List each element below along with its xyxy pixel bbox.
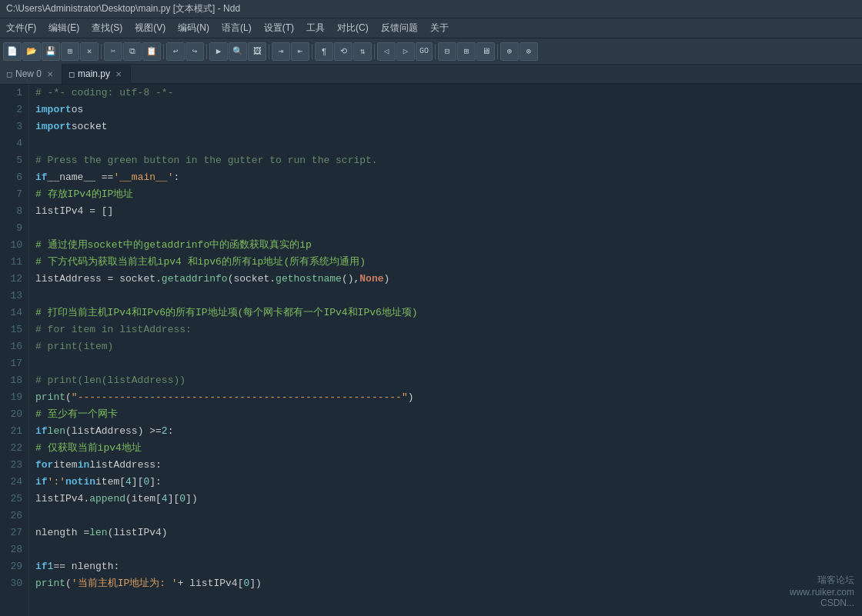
line-number-text-20: 20 — [10, 406, 22, 423]
code-line-22: # 仅获取当前ipv4地址 — [29, 440, 862, 457]
toolbar-findreplace-btn[interactable]: 🔍 — [229, 42, 247, 61]
code-line-25: listIPv4.append(item[4][0]) — [29, 491, 862, 508]
toolbar-run-btn[interactable]: ▶ — [209, 42, 228, 61]
code-line-12: listAddress = socket.getaddrinfo(socket.… — [29, 271, 862, 288]
line-number-text-9: 9 — [16, 220, 22, 237]
toolbar-format-btn[interactable]: ¶ — [315, 42, 333, 61]
toolbar-sep3 — [206, 44, 207, 59]
line-number-text-7: 7 — [16, 186, 22, 203]
line-num-3: 3 — [3, 118, 22, 135]
code-line-23: for item in listAddress: — [29, 457, 862, 474]
line-number-text-27: 27 — [10, 524, 22, 541]
toolbar-left-btn[interactable]: ◁ — [377, 42, 396, 61]
line-number-text-17: 17 — [10, 355, 22, 372]
toolbar-new-btn[interactable]: 📄 — [3, 42, 22, 61]
line-num-1: 1 — [3, 85, 22, 102]
tab-icon-new0: ◻ — [6, 70, 12, 78]
code-line-9 — [29, 220, 862, 237]
line-number-text-28: 28 — [10, 541, 22, 558]
line-num-8: 8 — [3, 203, 22, 220]
line-num-10: 10 — [3, 237, 22, 254]
toolbar-split2-btn[interactable]: ⊞ — [457, 42, 476, 61]
code-line-2: import os — [29, 102, 862, 118]
code-line-6: if __name__ == '__main__': — [29, 169, 862, 186]
line-number-text-1: 1 — [16, 85, 22, 102]
toolbar-sep1 — [101, 44, 102, 59]
line-num-9: 9 — [3, 220, 22, 237]
toolbar-close-btn[interactable]: ✕ — [80, 42, 99, 61]
menu-item-v[interactable]: 视图(V) — [129, 20, 172, 36]
line-num-13: 13 — [3, 288, 22, 305]
line-number-text-23: 23 — [10, 457, 22, 474]
line-num-21: ▼21 — [3, 423, 22, 440]
toolbar-misc2-btn[interactable]: ⊗ — [520, 42, 538, 61]
toolbar-undo-btn[interactable]: ↩ — [166, 42, 185, 61]
tab-mainpy[interactable]: ◻main.py✕ — [62, 64, 131, 84]
toolbar-right-btn[interactable]: ▷ — [396, 42, 415, 61]
menu-item-l[interactable]: 语言(L) — [216, 20, 258, 36]
toolbar-cut-btn[interactable]: ✂ — [104, 42, 122, 61]
menu-item-n[interactable]: 编码(N) — [172, 20, 216, 36]
code-line-17 — [29, 355, 862, 372]
menu-item-t[interactable]: 设置(T) — [258, 20, 300, 36]
code-line-7: # 存放IPv4的IP地址 — [29, 186, 862, 203]
toolbar-split-btn[interactable]: ⊟ — [438, 42, 456, 61]
menu-item-e[interactable]: 编辑(E) — [42, 20, 85, 36]
tab-new0[interactable]: ◻New 0✕ — [0, 64, 62, 84]
tab-close-new0[interactable]: ✕ — [45, 68, 55, 79]
line-number-text-12: 12 — [10, 271, 22, 288]
tab-label-new0: New 0 — [15, 68, 42, 79]
toolbar-monitor-btn[interactable]: 🖥 — [476, 42, 495, 61]
line-number-text-2: 2 — [16, 102, 22, 118]
toolbar-sep5 — [312, 44, 312, 59]
line-num-26: 26 — [3, 508, 22, 524]
toolbar-sep4 — [269, 44, 269, 59]
line-number-text-16: 16 — [10, 338, 22, 355]
menu-bar: 文件(F)编辑(E)查找(S)视图(V)编码(N)语言(L)设置(T)工具对比(… — [0, 18, 862, 38]
toolbar-copy-btn[interactable]: ⧉ — [123, 42, 142, 61]
menu-item-[interactable]: 反馈问题 — [375, 20, 424, 36]
menu-item-[interactable]: 关于 — [424, 20, 455, 36]
menu-item-s[interactable]: 查找(S) — [85, 20, 129, 36]
menu-item-f[interactable]: 文件(F) — [0, 20, 42, 36]
toolbar-wrap-btn[interactable]: ⟲ — [334, 42, 352, 61]
tab-icon-mainpy: ◻ — [68, 70, 75, 78]
code-line-5: # Press the green button in the gutter t… — [29, 152, 862, 169]
toolbar-outdent-btn[interactable]: ⇤ — [291, 42, 309, 61]
toolbar-save-btn[interactable]: 💾 — [42, 42, 60, 61]
line-num-14: 14 — [3, 305, 22, 321]
code-line-14: # 打印当前主机IPv4和IPv6的所有IP地址项(每个网卡都有一个IPv4和I… — [29, 305, 862, 321]
line-number-text-15: 15 — [10, 321, 22, 338]
code-area[interactable]: # -*- coding: utf-8 -*-import osimport s… — [29, 85, 862, 616]
code-line-26 — [29, 508, 862, 524]
toolbar-misc1-btn[interactable]: ⊕ — [500, 42, 519, 61]
line-num-7: 7 — [3, 186, 22, 203]
toolbar-paste-btn[interactable]: 📋 — [142, 42, 161, 61]
code-line-28 — [29, 541, 862, 558]
toolbar-redo-btn[interactable]: ↪ — [185, 42, 204, 61]
toolbar-saveall-btn[interactable]: ⊞ — [61, 42, 79, 61]
code-line-18: # print(len(listAddress)) — [29, 372, 862, 389]
tab-close-mainpy[interactable]: ✕ — [113, 68, 124, 79]
line-number-text-18: 18 — [10, 372, 22, 389]
toolbar-indent-btn[interactable]: ⇥ — [272, 42, 290, 61]
title-text: C:\Users\Administrator\Desktop\main.py [… — [6, 3, 240, 14]
toolbar-img-btn[interactable]: 🖼 — [248, 42, 266, 61]
line-number-text-10: 10 — [10, 237, 22, 254]
line-number-text-29: 29 — [10, 558, 22, 575]
code-line-27: nlength = len(listIPv4) — [29, 524, 862, 541]
toolbar-go-btn[interactable]: GO — [416, 42, 433, 61]
line-number-text-6: 6 — [16, 169, 22, 186]
line-num-20: 20 — [3, 406, 22, 423]
code-line-3: import socket — [29, 118, 862, 135]
toolbar-open-btn[interactable]: 📂 — [22, 42, 41, 61]
code-line-19: print("---------------------------------… — [29, 389, 862, 406]
toolbar-sep8 — [497, 44, 498, 59]
line-number-text-21: 21 — [10, 423, 22, 440]
menu-item-[interactable]: 工具 — [300, 20, 331, 36]
line-num-19: 19 — [3, 389, 22, 406]
toolbar-sort-btn[interactable]: ⇅ — [353, 42, 372, 61]
line-num-23: ▼23 — [3, 457, 22, 474]
menu-item-c[interactable]: 对比(C) — [331, 20, 375, 36]
line-num-24: ▼24 — [3, 474, 22, 491]
